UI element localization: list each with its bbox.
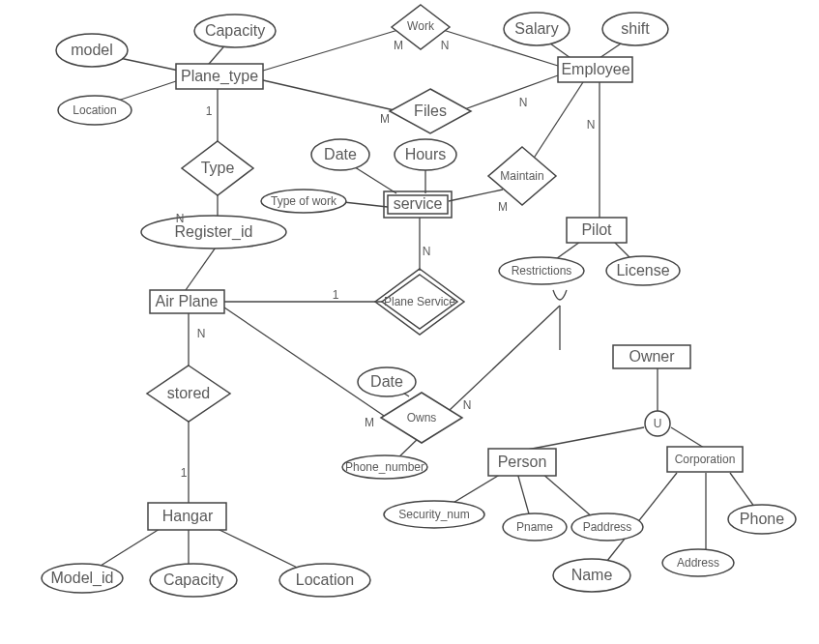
attr-address-corp: Address (662, 549, 734, 576)
license-label: License (616, 262, 669, 278)
svg-line-31 (671, 427, 704, 448)
employee-label: Employee (561, 61, 629, 77)
owner-label: Owner (629, 348, 675, 365)
card-owns-m: M (365, 416, 374, 429)
union-label: U (654, 417, 662, 430)
attr-capacity-pt: Capacity (194, 15, 276, 47)
location-h-label: Location (296, 571, 355, 588)
svg-line-30 (527, 427, 644, 450)
capacity-pt-label: Capacity (205, 22, 265, 39)
attr-restrictions: Restrictions (499, 257, 584, 284)
rel-type: Type (182, 141, 253, 195)
phone-number-label: Phone_number (345, 460, 424, 474)
attr-model: model (56, 34, 128, 67)
rel-union: U (645, 411, 670, 436)
card-stored-1: 1 (181, 466, 188, 480)
attr-paddress: Paddress (571, 513, 643, 541)
attr-register-id: Register_id (141, 216, 286, 249)
attr-date-own: Date (358, 367, 416, 396)
address-corp-label: Address (677, 556, 719, 570)
svg-line-3 (263, 29, 401, 71)
shift-label: shift (621, 20, 650, 37)
svg-line-38 (93, 529, 160, 571)
type-label: Type (201, 160, 235, 176)
model-id-label: Model_id (51, 570, 114, 587)
card-type-n: N (176, 212, 185, 225)
card-stored-n: N (197, 327, 206, 340)
svg-line-8 (459, 75, 558, 111)
restrictions-label: Restrictions (512, 264, 572, 278)
date-own-label: Date (370, 373, 403, 390)
files-label: Files (414, 102, 447, 119)
er-diagram: Plane_type Employee service Pilot Air Pl… (0, 0, 819, 644)
model-label: model (71, 42, 113, 58)
entity-plane-type: Plane_type (176, 64, 263, 89)
security-num-label: Security_num (398, 508, 469, 521)
entity-person: Person (488, 449, 556, 476)
svg-line-11 (186, 245, 218, 290)
capacity-h-label: Capacity (163, 571, 223, 588)
card-files-n: N (519, 96, 528, 109)
entity-service-weak: service (384, 191, 452, 218)
card-work-m: M (394, 39, 403, 52)
air-plane-label: Air Plane (156, 293, 219, 309)
work-label: Work (407, 19, 435, 33)
card-type-1: 1 (206, 104, 213, 118)
name-corp-label: Name (571, 567, 613, 583)
svg-line-25 (450, 306, 560, 410)
svg-line-13 (449, 190, 503, 201)
stored-label: stored (167, 385, 210, 401)
card-owns-n: N (463, 398, 472, 412)
svg-line-24 (224, 307, 390, 420)
card-maintain-m: M (498, 200, 508, 214)
rel-owns: Owns (381, 393, 462, 443)
attr-location-h: Location (279, 564, 370, 597)
card-ps-1: 1 (333, 288, 339, 302)
attr-pname: Pname (503, 513, 567, 541)
phone-corp-label: Phone (740, 511, 784, 527)
attr-model-id: Model_id (42, 564, 123, 593)
attr-salary: Salary (504, 13, 570, 45)
attr-name-corp: Name (553, 559, 630, 592)
location-pt-label: Location (73, 103, 116, 117)
date-svc-label: Date (324, 146, 357, 162)
attr-phone-corp: Phone (728, 505, 796, 534)
rel-plane-service-weak: Plane Service (375, 269, 464, 335)
plane-service-label: Plane Service (384, 295, 455, 308)
rel-files: Files (390, 89, 471, 133)
svg-line-12 (533, 82, 583, 160)
entity-employee: Employee (558, 57, 632, 82)
pilot-label: Pilot (581, 221, 612, 238)
entity-hangar: Hangar (148, 503, 226, 530)
entity-pilot: Pilot (567, 218, 627, 243)
attr-phone-number: Phone_number (342, 455, 427, 479)
entity-owner: Owner (613, 345, 690, 368)
attr-location-pt: Location (58, 96, 132, 125)
svg-line-7 (263, 80, 398, 111)
hours-label: Hours (405, 146, 447, 162)
card-files-m: M (380, 112, 390, 126)
hangar-label: Hangar (162, 508, 214, 524)
attr-security-num: Security_num (384, 501, 484, 528)
entity-corporation: Corporation (667, 447, 743, 472)
type-of-work-label: Type of work (271, 194, 337, 208)
paddress-label: Paddress (583, 520, 632, 534)
card-maintain-n: N (587, 118, 596, 132)
pname-label: Pname (516, 520, 553, 534)
entity-air-plane: Air Plane (150, 290, 224, 313)
attr-date-svc: Date (311, 139, 369, 170)
plane-type-label: Plane_type (181, 68, 258, 85)
rel-maintain: Maintain (488, 147, 556, 205)
maintain-label: Maintain (500, 169, 543, 183)
attr-type-of-work: Type of work (261, 190, 346, 213)
service-label: service (394, 195, 443, 212)
card-work-n: N (441, 39, 450, 52)
register-id-label: Register_id (175, 223, 253, 241)
salary-label: Salary (514, 20, 558, 37)
corporation-label: Corporation (675, 453, 736, 466)
owns-label: Owns (407, 411, 437, 424)
person-label: Person (498, 454, 547, 470)
attr-shift: shift (602, 13, 668, 45)
attr-hours: Hours (395, 139, 456, 170)
rel-stored: stored (147, 366, 230, 422)
